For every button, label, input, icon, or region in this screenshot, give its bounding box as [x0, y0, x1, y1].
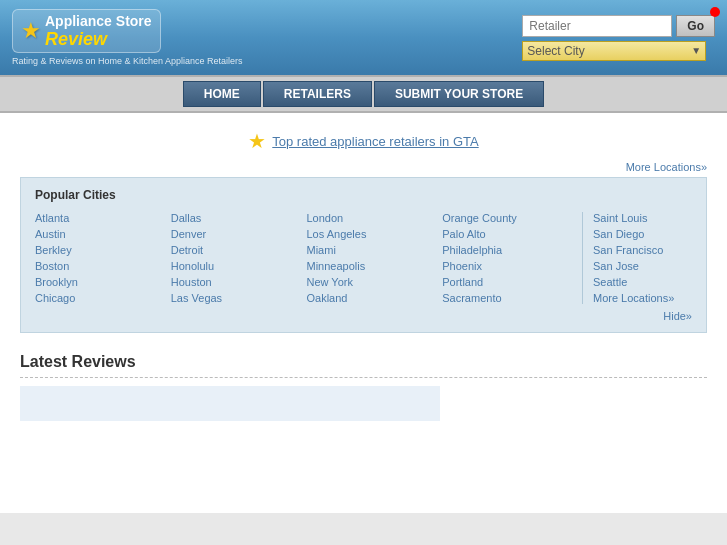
- city-link[interactable]: Las Vegas: [171, 292, 307, 304]
- city-link[interactable]: Miami: [307, 244, 443, 256]
- more-locations-top[interactable]: More Locations»: [20, 161, 707, 173]
- city-link[interactable]: Brooklyn: [35, 276, 171, 288]
- city-link[interactable]: Berkley: [35, 244, 171, 256]
- logo-line1: Appliance Store: [45, 14, 152, 29]
- logo-line2: Review: [45, 30, 152, 48]
- city-link[interactable]: Philadelphia: [442, 244, 578, 256]
- city-link-right[interactable]: San Diego: [593, 228, 692, 240]
- city-col-3: LondonLos AngelesMiamiMinneapolisNew Yor…: [307, 212, 443, 304]
- city-link[interactable]: New York: [307, 276, 443, 288]
- latest-reviews-section: Latest Reviews: [20, 353, 707, 421]
- latest-reviews-title: Latest Reviews: [20, 353, 707, 378]
- nav-home[interactable]: HOME: [183, 81, 261, 107]
- city-link[interactable]: Sacramento: [442, 292, 578, 304]
- city-link[interactable]: Portland: [442, 276, 578, 288]
- city-link[interactable]: Los Angeles: [307, 228, 443, 240]
- nav-submit[interactable]: SUBMIT YOUR STORE: [374, 81, 544, 107]
- city-col-4: Orange CountyPalo AltoPhiladelphiaPhoeni…: [442, 212, 578, 304]
- logo-star-icon: ★: [21, 18, 41, 44]
- city-link[interactable]: Denver: [171, 228, 307, 240]
- hide-link[interactable]: Hide»: [35, 310, 692, 322]
- chevron-down-icon: ▼: [691, 45, 701, 56]
- city-link-right[interactable]: San Jose: [593, 260, 692, 272]
- go-button[interactable]: Go: [676, 15, 715, 37]
- city-link[interactable]: Boston: [35, 260, 171, 272]
- city-link[interactable]: Orange County: [442, 212, 578, 224]
- logo-area: ★ Appliance Store Review Rating & Review…: [12, 9, 243, 65]
- nav-retailers[interactable]: RETAILERS: [263, 81, 372, 107]
- city-link[interactable]: Atlanta: [35, 212, 171, 224]
- city-link[interactable]: Phoenix: [442, 260, 578, 272]
- red-dot-indicator: [710, 7, 720, 17]
- header: ★ Appliance Store Review Rating & Review…: [0, 0, 727, 75]
- navigation: HOME RETAILERS SUBMIT YOUR STORE: [0, 75, 727, 113]
- main-content: ★ Top rated appliance retailers in GTA M…: [0, 113, 727, 513]
- right-cities: Saint LouisSan DiegoSan FranciscoSan Jos…: [582, 212, 692, 304]
- city-col-2: DallasDenverDetroitHonoluluHoustonLas Ve…: [171, 212, 307, 304]
- top-rated-link[interactable]: Top rated appliance retailers in GTA: [272, 134, 478, 149]
- popular-cities-title: Popular Cities: [35, 188, 692, 202]
- search-area: Go Select City Atlanta Austin Boston Chi…: [522, 15, 715, 61]
- city-link[interactable]: Houston: [171, 276, 307, 288]
- logo-box: ★ Appliance Store Review: [12, 9, 161, 52]
- top-rated-line: ★ Top rated appliance retailers in GTA: [20, 129, 707, 153]
- logo-text: Appliance Store Review: [45, 14, 152, 47]
- city-link[interactable]: Honolulu: [171, 260, 307, 272]
- top-rated-star-icon: ★: [248, 129, 266, 153]
- search-row: Go: [522, 15, 715, 37]
- city-select[interactable]: Select City Atlanta Austin Boston Chicag…: [527, 44, 687, 58]
- cities-columns: AtlantaAustinBerkleyBostonBrooklynChicag…: [35, 212, 692, 304]
- city-link[interactable]: Detroit: [171, 244, 307, 256]
- city-link[interactable]: Minneapolis: [307, 260, 443, 272]
- city-link[interactable]: London: [307, 212, 443, 224]
- logo-tagline: Rating & Reviews on Home & Kitchen Appli…: [12, 56, 243, 66]
- city-link[interactable]: Chicago: [35, 292, 171, 304]
- city-link[interactable]: Austin: [35, 228, 171, 240]
- city-select-wrapper[interactable]: Select City Atlanta Austin Boston Chicag…: [522, 41, 706, 61]
- city-link-right[interactable]: Seattle: [593, 276, 692, 288]
- city-link-right[interactable]: San Francisco: [593, 244, 692, 256]
- city-link[interactable]: Oakland: [307, 292, 443, 304]
- popular-cities-box: Popular Cities AtlantaAustinBerkleyBosto…: [20, 177, 707, 333]
- city-col-1: AtlantaAustinBerkleyBostonBrooklynChicag…: [35, 212, 171, 304]
- city-link[interactable]: Dallas: [171, 212, 307, 224]
- search-input[interactable]: [522, 15, 672, 37]
- city-link[interactable]: Palo Alto: [442, 228, 578, 240]
- more-locations-right[interactable]: More Locations»: [593, 292, 692, 304]
- city-link-right[interactable]: Saint Louis: [593, 212, 692, 224]
- reviews-placeholder: [20, 386, 440, 421]
